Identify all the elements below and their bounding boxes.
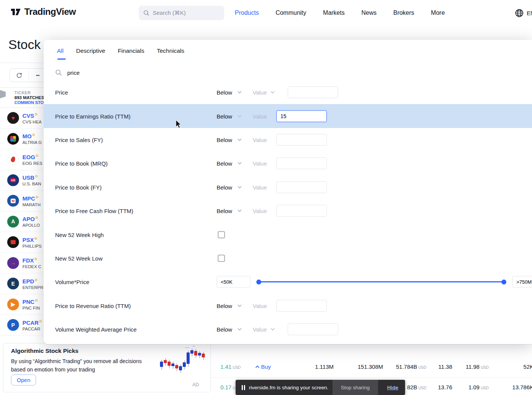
- value-type-dropdown[interactable]: Value: [253, 326, 275, 333]
- ticker-row-epd[interactable]: EEPDDENTERPR: [0, 273, 44, 294]
- range-slider-handle-max[interactable]: [502, 280, 507, 284]
- filter-row[interactable]: Volume Weighted Average PriceBelowValue: [44, 318, 532, 341]
- ticker-row-usb[interactable]: USUSBDU.S. BAN: [0, 170, 44, 191]
- filter-value-input[interactable]: [288, 324, 338, 335]
- tab-all[interactable]: All: [57, 47, 63, 60]
- filter-row[interactable]: PriceBelowValue: [44, 81, 532, 104]
- range-slider-handle-min[interactable]: [256, 280, 261, 284]
- ticker-row-mpc[interactable]: MMPCDMARATH: [0, 191, 44, 212]
- filter-value-input[interactable]: [276, 181, 327, 193]
- panel-handle[interactable]: [0, 90, 6, 98]
- ad-open-button[interactable]: Open: [11, 374, 36, 386]
- screen-share-bar: riverside.fm is sharing your screen. Sto…: [236, 380, 405, 395]
- ticker-row-cvs[interactable]: ♥CVSDCVS HEA: [0, 108, 44, 129]
- nav-link-news[interactable]: News: [361, 9, 377, 16]
- filter-search[interactable]: [55, 66, 283, 79]
- operator-dropdown[interactable]: Below: [217, 113, 242, 119]
- filter-checkbox[interactable]: [218, 254, 225, 262]
- ticker-row-apo[interactable]: AAPODAPOLLO: [0, 212, 44, 232]
- filter-row[interactable]: Price to Book (FY)BelowValue: [44, 175, 532, 199]
- ticker-row-pcar[interactable]: PPCARDPACCAR: [0, 315, 44, 336]
- chevron-down-icon: [238, 328, 242, 331]
- chevron-down-icon: [238, 91, 242, 94]
- tab-technicals[interactable]: Technicals: [157, 47, 184, 60]
- value-type-label: Value: [253, 113, 267, 119]
- language-switch[interactable]: EN: [515, 0, 532, 26]
- ticker-logo-icon: ▶: [7, 299, 19, 310]
- ticker-name: CVS HEA: [22, 119, 42, 125]
- brand-name: TradingView: [24, 6, 76, 17]
- value-type-dropdown[interactable]: Value: [253, 160, 267, 167]
- ticker-row-pnc[interactable]: ▶PNCDPNC FIN: [0, 294, 44, 315]
- filter-row[interactable]: Volume*Price: [44, 270, 532, 294]
- filter-checkbox[interactable]: [218, 231, 225, 238]
- nav-link-markets[interactable]: Markets: [323, 9, 345, 16]
- filter-row[interactable]: Price to Sales (FY)BelowValue: [44, 128, 532, 152]
- ticker-flag: D: [35, 257, 37, 261]
- nav-link-products[interactable]: Products: [235, 9, 259, 16]
- filter-value-input[interactable]: [276, 300, 327, 311]
- operator-dropdown[interactable]: Below: [217, 89, 242, 96]
- operator-dropdown[interactable]: Below: [217, 184, 242, 190]
- filter-row[interactable]: Price to Book (MRQ)BelowValue: [44, 152, 532, 175]
- operator-dropdown[interactable]: Below: [217, 136, 242, 143]
- value-type-label: Value: [253, 208, 267, 214]
- chevron-up-icon: [255, 365, 260, 368]
- chevron-down-icon: [271, 91, 275, 94]
- value-type-label: Value: [253, 89, 267, 96]
- ticker-row-eog[interactable]: EOGDEOG RES: [0, 149, 44, 170]
- filter-row[interactable]: New 52 Week Low: [44, 246, 532, 270]
- filter-value-input[interactable]: [276, 158, 327, 169]
- refresh-button[interactable]: [10, 69, 28, 82]
- ticker-row-psx[interactable]: PSXDPHILLIPS: [0, 232, 44, 253]
- filter-row[interactable]: Price to Free Cash Flow (TTM)BelowValue: [44, 199, 532, 223]
- value-type-dropdown[interactable]: Value: [253, 113, 267, 119]
- hide-link[interactable]: Hide: [387, 385, 398, 390]
- operator-dropdown[interactable]: Below: [217, 326, 242, 333]
- share-message: riverside.fm is sharing your screen.: [249, 385, 328, 390]
- ticker-symbol: PNC: [22, 299, 35, 305]
- ticker-symbol: PSX: [22, 237, 34, 243]
- operator-dropdown[interactable]: Below: [217, 208, 242, 214]
- ticker-logo-icon: [7, 236, 19, 248]
- nav-links: ProductsCommunityMarketsNewsBrokersMore: [235, 0, 445, 26]
- operator-value: Below: [217, 89, 232, 96]
- ticker-name: PNC FIN: [22, 305, 40, 311]
- search-icon: [143, 10, 149, 16]
- operator-value: Below: [217, 208, 232, 214]
- filter-row[interactable]: Price to Earnings Ratio (TTM)BelowValue: [44, 104, 532, 128]
- search-input[interactable]: Search (⌘K): [139, 6, 224, 20]
- operator-dropdown[interactable]: Below: [217, 302, 242, 309]
- range-min-input[interactable]: [217, 276, 250, 288]
- value-type-label: Value: [253, 302, 267, 309]
- tab-descriptive[interactable]: Descriptive: [76, 47, 105, 60]
- language-label: EN: [527, 10, 532, 16]
- filter-label: Price to Book (FY): [55, 184, 102, 190]
- filter-value-input[interactable]: [276, 110, 327, 122]
- filters-dialog: AllDescriptiveFinancialsTechnicals Price…: [44, 40, 532, 344]
- operator-dropdown[interactable]: Below: [217, 160, 242, 167]
- filter-value-input[interactable]: [276, 134, 327, 145]
- ticker-row-fdx[interactable]: →FDXDFEDEX C: [0, 253, 44, 274]
- nav-link-more[interactable]: More: [431, 9, 445, 16]
- nav-link-community[interactable]: Community: [276, 9, 306, 16]
- filter-search-input[interactable]: [67, 70, 219, 76]
- filter-value-input[interactable]: [276, 205, 327, 217]
- value-type-dropdown[interactable]: Value: [253, 184, 267, 190]
- ticker-logo-icon: US: [7, 174, 19, 186]
- stop-sharing-button[interactable]: Stop sharing: [332, 380, 378, 395]
- range-max-input[interactable]: [512, 276, 532, 288]
- tradingview-logo[interactable]: TradingView: [11, 6, 76, 17]
- ticker-list: ♥CVSDCVS HEAMODALTRIA GEOGDEOG RESUSUSBD…: [0, 108, 44, 336]
- ticker-row-mo[interactable]: MODALTRIA G: [0, 129, 44, 150]
- filter-row[interactable]: Price to Revenue Ratio (TTM)BelowValue: [44, 294, 532, 318]
- filter-value-input[interactable]: [288, 87, 338, 98]
- value-type-dropdown[interactable]: Value: [253, 302, 267, 309]
- range-slider-track[interactable]: [259, 281, 504, 283]
- nav-link-brokers[interactable]: Brokers: [393, 9, 414, 16]
- tab-financials[interactable]: Financials: [118, 47, 144, 60]
- value-type-dropdown[interactable]: Value: [253, 89, 275, 96]
- value-type-dropdown[interactable]: Value: [253, 136, 267, 143]
- value-type-dropdown[interactable]: Value: [253, 208, 267, 214]
- filter-row[interactable]: New 52 Week High: [44, 223, 532, 246]
